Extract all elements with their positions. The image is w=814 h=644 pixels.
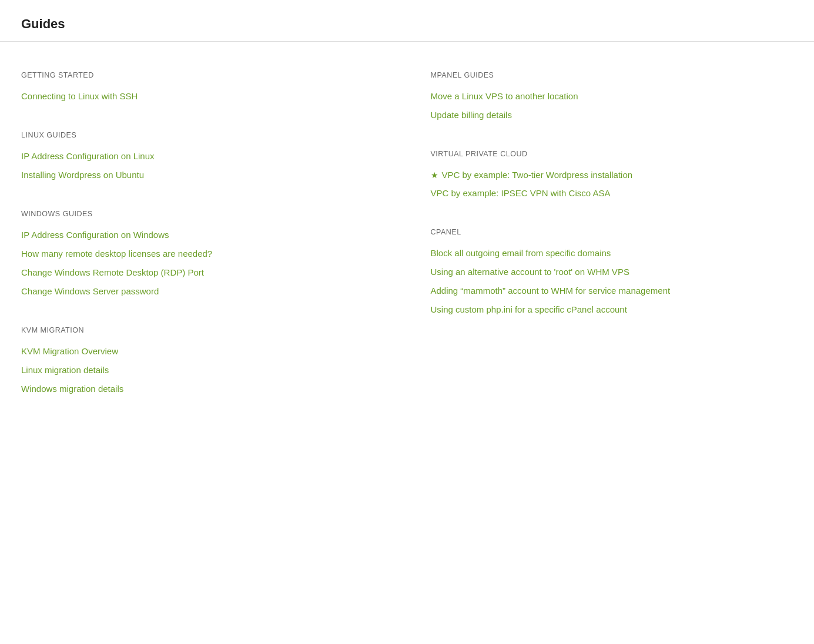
section-links-linux-guides: IP Address Configuration on LinuxInstall… xyxy=(21,151,384,180)
link-windows-guides-3[interactable]: Change Windows Server password xyxy=(21,286,159,296)
list-item: Change Windows Remote Desktop (RDP) Port xyxy=(21,267,384,278)
list-item: IP Address Configuration on Linux xyxy=(21,151,384,162)
section-links-cpanel: Block all outgoing email from specific d… xyxy=(431,248,793,315)
right-column: MPANEL GUIDESMove a Linux VPS to another… xyxy=(407,59,793,412)
section-title-cpanel: CPANEL xyxy=(431,228,793,236)
list-item: ★VPC by example: Two-tier Wordpress inst… xyxy=(431,170,793,180)
list-item: Connecting to Linux with SSH xyxy=(21,91,384,102)
list-item: Change Windows Server password xyxy=(21,286,384,297)
link-linux-guides-1[interactable]: Installing Wordpress on Ubuntu xyxy=(21,170,144,180)
section-title-getting-started: GETTING STARTED xyxy=(21,71,384,79)
section-virtual-private-cloud: VIRTUAL PRIVATE CLOUD★VPC by example: Tw… xyxy=(431,138,793,216)
left-column: GETTING STARTEDConnecting to Linux with … xyxy=(21,59,407,412)
link-kvm-migration-2[interactable]: Windows migration details xyxy=(21,384,123,394)
link-cpanel-1[interactable]: Using an alternative account to 'root' o… xyxy=(431,267,629,277)
list-item: Linux migration details xyxy=(21,365,384,375)
section-mpanel-guides: MPANEL GUIDESMove a Linux VPS to another… xyxy=(431,59,793,138)
page-title: Guides xyxy=(21,16,793,32)
link-cpanel-2[interactable]: Adding “mammoth” account to WHM for serv… xyxy=(431,286,671,296)
section-title-kvm-migration: KVM MIGRATION xyxy=(21,326,384,334)
link-mpanel-guides-0[interactable]: Move a Linux VPS to another location xyxy=(431,91,578,101)
link-windows-guides-2[interactable]: Change Windows Remote Desktop (RDP) Port xyxy=(21,267,204,277)
page-header: Guides xyxy=(0,0,814,41)
list-item: Move a Linux VPS to another location xyxy=(431,91,793,102)
section-title-linux-guides: LINUX GUIDES xyxy=(21,131,384,139)
link-virtual-private-cloud-0[interactable]: ★VPC by example: Two-tier Wordpress inst… xyxy=(431,170,793,180)
list-item: IP Address Configuration on Windows xyxy=(21,230,384,240)
section-title-mpanel-guides: MPANEL GUIDES xyxy=(431,71,793,79)
section-title-windows-guides: WINDOWS GUIDES xyxy=(21,210,384,218)
link-kvm-migration-1[interactable]: Linux migration details xyxy=(21,365,109,375)
section-links-virtual-private-cloud: ★VPC by example: Two-tier Wordpress inst… xyxy=(431,170,793,199)
list-item: Windows migration details xyxy=(21,384,384,394)
section-links-windows-guides: IP Address Configuration on WindowsHow m… xyxy=(21,230,384,297)
list-item: Using an alternative account to 'root' o… xyxy=(431,267,793,277)
link-windows-guides-0[interactable]: IP Address Configuration on Windows xyxy=(21,230,169,240)
link-label: VPC by example: Two-tier Wordpress insta… xyxy=(442,170,633,180)
list-item: How many remote desktop licenses are nee… xyxy=(21,249,384,259)
link-cpanel-3[interactable]: Using custom php.ini for a specific cPan… xyxy=(431,304,627,314)
section-links-getting-started: Connecting to Linux with SSH xyxy=(21,91,384,102)
section-getting-started: GETTING STARTEDConnecting to Linux with … xyxy=(21,59,384,119)
link-virtual-private-cloud-1[interactable]: VPC by example: IPSEC VPN with Cisco ASA xyxy=(431,188,611,198)
list-item: Update billing details xyxy=(431,110,793,120)
section-links-mpanel-guides: Move a Linux VPS to another locationUpda… xyxy=(431,91,793,120)
list-item: Installing Wordpress on Ubuntu xyxy=(21,170,384,180)
section-windows-guides: WINDOWS GUIDESIP Address Configuration o… xyxy=(21,198,384,314)
link-windows-guides-1[interactable]: How many remote desktop licenses are nee… xyxy=(21,249,212,259)
section-linux-guides: LINUX GUIDESIP Address Configuration on … xyxy=(21,119,384,198)
section-cpanel: CPANELBlock all outgoing email from spec… xyxy=(431,216,793,333)
link-mpanel-guides-1[interactable]: Update billing details xyxy=(431,110,512,120)
featured-link-wrapper: ★VPC by example: Two-tier Wordpress inst… xyxy=(431,170,793,180)
link-cpanel-0[interactable]: Block all outgoing email from specific d… xyxy=(431,248,611,258)
section-links-kvm-migration: KVM Migration OverviewLinux migration de… xyxy=(21,346,384,394)
list-item: Using custom php.ini for a specific cPan… xyxy=(431,304,793,315)
list-item: Adding “mammoth” account to WHM for serv… xyxy=(431,286,793,296)
star-icon: ★ xyxy=(431,170,438,180)
main-content: GETTING STARTEDConnecting to Linux with … xyxy=(0,42,814,430)
link-getting-started-0[interactable]: Connecting to Linux with SSH xyxy=(21,91,138,101)
list-item: Block all outgoing email from specific d… xyxy=(431,248,793,259)
section-title-virtual-private-cloud: VIRTUAL PRIVATE CLOUD xyxy=(431,150,793,158)
link-kvm-migration-0[interactable]: KVM Migration Overview xyxy=(21,346,118,356)
list-item: KVM Migration Overview xyxy=(21,346,384,357)
list-item: VPC by example: IPSEC VPN with Cisco ASA xyxy=(431,188,793,199)
link-linux-guides-0[interactable]: IP Address Configuration on Linux xyxy=(21,151,155,161)
section-kvm-migration: KVM MIGRATIONKVM Migration OverviewLinux… xyxy=(21,314,384,412)
